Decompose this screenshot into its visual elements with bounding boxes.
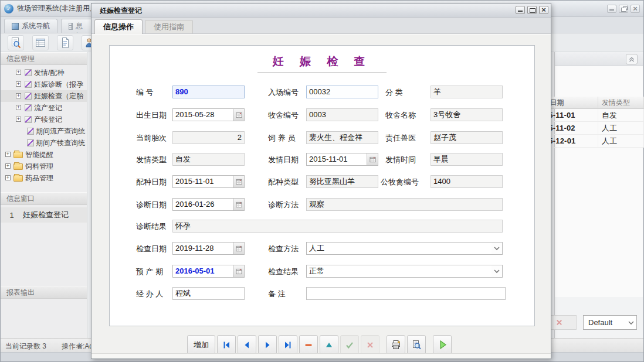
field-diagnosis-result[interactable]: 怀孕 (172, 220, 503, 233)
tree-folder-medicine-management[interactable]: + 药品管理 (1, 172, 87, 184)
tab-system-nav[interactable]: 系统导航 (4, 19, 57, 33)
last-record-button[interactable] (279, 335, 297, 354)
field-barn-code[interactable]: 0003 (306, 108, 378, 121)
label-parity: 当前胎次 (136, 133, 167, 144)
expand-icon[interactable]: + (5, 175, 11, 180)
last-record-icon (283, 340, 293, 350)
delete-record-button[interactable] (299, 335, 318, 354)
field-feeder[interactable]: 裴火生、程金祥 (306, 131, 378, 144)
expand-icon[interactable]: + (16, 105, 21, 110)
label-birth-date: 出生日期 (136, 110, 167, 121)
app-icon: ✓ (4, 4, 13, 13)
field-diagnosis-date[interactable]: 2016-01-26 (172, 198, 245, 211)
section-info-management: 信息管理 (1, 52, 87, 65)
field-code[interactable]: 890 (172, 86, 245, 98)
close-button[interactable] (631, 5, 640, 13)
section-report-output: 报表输出 (1, 286, 87, 299)
minimize-button[interactable] (516, 6, 525, 14)
field-due-date[interactable]: 2016-05-01 (172, 265, 245, 278)
sidebar: 信息管理 + 发情/配种 + 妊娠诊断（报孕 + 妊娠检查（定胎 + 流产登记 (1, 52, 87, 338)
expand-icon[interactable]: + (5, 152, 11, 157)
right-panel: 发情日期 发情类型 2015-11-01 自发 2015-11-02 人工 20… (554, 52, 643, 338)
triangle-up-icon (324, 340, 334, 350)
field-estrus-date[interactable]: 2015-11-01 (306, 153, 378, 166)
minus-icon (304, 340, 313, 350)
add-button[interactable]: 增加 (187, 335, 215, 354)
dialog-titlebar[interactable]: 妊娠检查登记 (91, 4, 551, 18)
collapse-panel-button[interactable] (626, 54, 638, 64)
tree-item-calving-stats[interactable]: 期间产犊查询统 (1, 137, 87, 149)
calendar-icon[interactable] (233, 176, 244, 187)
tree-item-estrus-breeding[interactable]: + 发情/配种 (1, 67, 87, 78)
calendar-icon[interactable] (233, 109, 244, 121)
folder-icon (13, 175, 23, 182)
tree-item-pregnancy-diagnosis[interactable]: + 妊娠诊断（报孕 (1, 78, 87, 90)
label-remark: 备 注 (268, 289, 286, 299)
field-estrus-time[interactable]: 早晨 (431, 153, 503, 166)
chevron-down-icon[interactable] (492, 243, 502, 254)
expand-icon[interactable]: + (5, 163, 11, 169)
tool-icon (27, 139, 34, 146)
print-button[interactable] (387, 335, 405, 354)
document-button[interactable] (57, 35, 73, 50)
label-check-date: 检查日期 (136, 244, 167, 254)
tab-info-ops[interactable]: 信息操 (61, 19, 95, 33)
field-sire-code[interactable]: 1400 (431, 175, 503, 188)
close-button[interactable] (539, 6, 548, 14)
tree-item-abortion-stats[interactable]: 期间流产查询统 (1, 125, 87, 137)
restore-button[interactable] (619, 5, 628, 13)
chevron-down-icon[interactable] (492, 265, 502, 277)
info-tree: + 发情/配种 + 妊娠诊断（报孕 + 妊娠检查（定胎 + 流产登记 + (1, 65, 87, 184)
field-breeding-date[interactable]: 2015-11-01 (172, 175, 245, 188)
field-birth-date[interactable]: 2015-05-28 (172, 108, 245, 121)
calendar-icon[interactable] (367, 153, 378, 165)
tree-folder-feed-management[interactable]: + 饲料管理 (1, 160, 87, 172)
expand-icon[interactable]: + (16, 93, 21, 98)
label-breeding-date: 配种日期 (136, 177, 167, 187)
tree-item-abortion-register[interactable]: + 流产登记 (1, 102, 87, 114)
calendar-icon[interactable] (233, 199, 244, 210)
field-category[interactable]: 羊 (431, 86, 503, 98)
field-check-method[interactable]: 人工 (306, 242, 503, 255)
folder-icon (13, 152, 23, 158)
tree-item-calving-register[interactable]: + 产犊登记 (1, 114, 87, 125)
report-form-button[interactable] (32, 35, 49, 50)
post-record-button[interactable] (340, 335, 359, 354)
field-estrus-type[interactable]: 自发 (172, 153, 245, 166)
minimize-button[interactable] (607, 5, 616, 13)
execute-button[interactable] (433, 335, 452, 354)
next-record-button[interactable] (258, 335, 277, 354)
expand-icon[interactable]: + (16, 81, 21, 87)
edit-record-button[interactable] (320, 335, 338, 354)
first-record-button[interactable] (217, 335, 236, 354)
cancel-record-button[interactable] (361, 335, 379, 354)
tab-user-guide[interactable]: 使用指南 (145, 20, 193, 33)
field-diagnosis-method[interactable]: 观察 (306, 198, 503, 211)
field-handler[interactable]: 程斌 (172, 287, 245, 300)
field-breeding-type[interactable]: 努比亚黑山羊 (306, 175, 378, 188)
field-check-result[interactable]: 正常 (306, 265, 503, 278)
profile-combo[interactable]: Default (583, 315, 637, 330)
search-document-button[interactable] (8, 35, 24, 50)
maximize-button[interactable] (527, 6, 537, 14)
tree-folder-smart-reminder[interactable]: + 智能提醒 (1, 149, 87, 160)
field-entry-code[interactable]: 00032 (306, 86, 378, 98)
field-check-date[interactable]: 2019-11-28 (172, 242, 245, 255)
prev-record-button[interactable] (238, 335, 256, 354)
tree-item-pregnancy-check[interactable]: + 妊娠检查（定胎 (1, 90, 87, 102)
field-remark[interactable] (306, 287, 506, 300)
column-header-estrus-type[interactable]: 发情类型 (598, 97, 644, 109)
info-window-row[interactable]: 1 妊娠检查登记 (1, 207, 87, 223)
calendar-icon[interactable] (233, 265, 244, 277)
label-due-date: 预 产 期 (136, 267, 163, 277)
field-parity[interactable]: 2 (172, 131, 245, 144)
expand-icon[interactable]: + (16, 117, 21, 122)
record-toolbar: 增加 (187, 335, 452, 354)
dialog-body: 妊 娠 检 查 编 号 890 入场编号 00032 分 类 羊 出生日期 20… (91, 34, 551, 353)
print-preview-button[interactable] (407, 335, 426, 354)
field-barn-name[interactable]: 3号牧舍 (431, 108, 503, 121)
tab-info-operation[interactable]: 信息操作 (94, 19, 143, 34)
field-vet[interactable]: 赵子茂 (431, 131, 503, 144)
expand-icon[interactable]: + (16, 70, 21, 75)
calendar-icon[interactable] (233, 243, 244, 254)
